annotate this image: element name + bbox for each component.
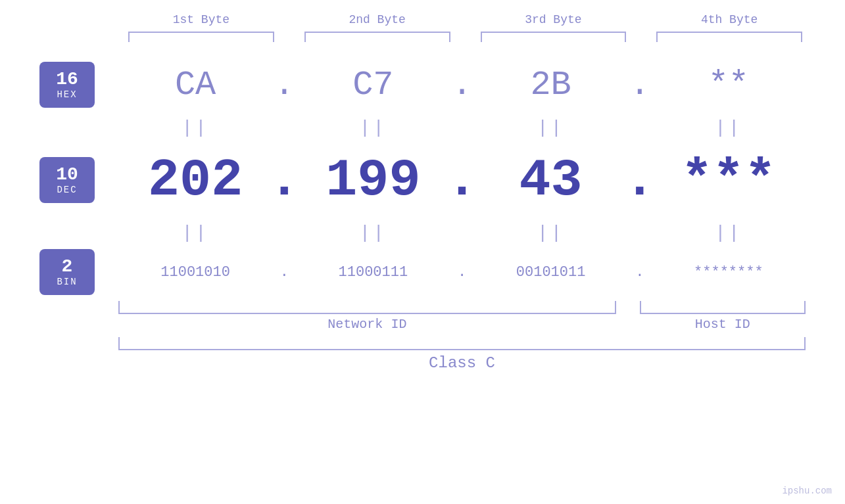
dec-dot1: . (272, 150, 296, 210)
watermark: ipshu.com (782, 486, 832, 496)
eq1-b1: || (118, 118, 272, 138)
byte-headers: 1st Byte 2nd Byte 3rd Byte 4th Byte (39, 13, 806, 32)
network-id-label: Network ID (118, 317, 616, 332)
header-byte4: 4th Byte (653, 13, 806, 32)
hex-byte1: CA (118, 66, 272, 104)
eq1-b4: || (652, 118, 806, 138)
bracket-byte3 (481, 32, 627, 42)
hex-row: CA . C7 . 2B . ** (118, 66, 806, 104)
eq1-b3: || (474, 118, 628, 138)
bin-byte4: ******** (652, 264, 806, 281)
host-id-label: Host ID (640, 317, 806, 332)
bracket-row-top (39, 32, 806, 42)
eq2-b3: || (474, 223, 628, 243)
header-byte1: 1st Byte (125, 13, 278, 32)
bracket-byte4 (656, 32, 802, 42)
class-c-label: Class C (118, 354, 806, 372)
bracket-byte1 (128, 32, 274, 42)
bin-byte3: 00101011 (474, 264, 628, 281)
class-bracket (118, 337, 806, 350)
eq2-b1: || (118, 223, 272, 243)
bin-byte2: 11000111 (296, 264, 450, 281)
bin-byte1: 11001010 (118, 264, 272, 281)
bin-badge: 2 BIN (39, 249, 95, 295)
dec-byte4: *** (652, 150, 806, 210)
bin-dot2: . (450, 264, 474, 281)
hex-num: 16 (56, 70, 78, 90)
dec-num: 10 (56, 165, 78, 185)
hex-dot3: . (628, 66, 652, 104)
host-bracket (640, 301, 806, 314)
hex-label: HEX (57, 89, 77, 100)
hex-dot1: . (272, 66, 296, 104)
hex-byte4: ** (652, 66, 806, 104)
dec-badge: 10 DEC (39, 157, 95, 203)
main-container: 1st Byte 2nd Byte 3rd Byte 4th Byte 16 H… (0, 0, 845, 504)
eq2-b2: || (296, 223, 450, 243)
bin-dot1: . (272, 264, 296, 281)
bin-dot3: . (628, 264, 652, 281)
eq-row2: || || || || (118, 223, 806, 243)
eq1-b2: || (296, 118, 450, 138)
eq2-b4: || (652, 223, 806, 243)
bin-label: BIN (57, 277, 77, 287)
hex-byte2: C7 (296, 66, 450, 104)
hex-byte3: 2B (474, 66, 628, 104)
bracket-byte2 (304, 32, 450, 42)
header-byte2: 2nd Byte (301, 13, 454, 32)
network-bracket (118, 301, 616, 314)
dec-dot2: . (450, 150, 474, 210)
dec-byte2: 199 (296, 150, 450, 210)
hex-dot2: . (450, 66, 474, 104)
dec-byte1: 202 (118, 150, 272, 210)
dec-row: 202 . 199 . 43 . *** (118, 150, 806, 210)
dec-byte3: 43 (474, 150, 628, 210)
dec-dot3: . (628, 150, 652, 210)
eq-row1: || || || || (118, 118, 806, 138)
hex-badge: 16 HEX (39, 62, 95, 108)
dec-label: DEC (57, 185, 77, 195)
bin-row: 11001010 . 11000111 . 00101011 . *******… (118, 264, 806, 281)
bin-num: 2 (62, 257, 73, 277)
header-byte3: 3rd Byte (477, 13, 630, 32)
